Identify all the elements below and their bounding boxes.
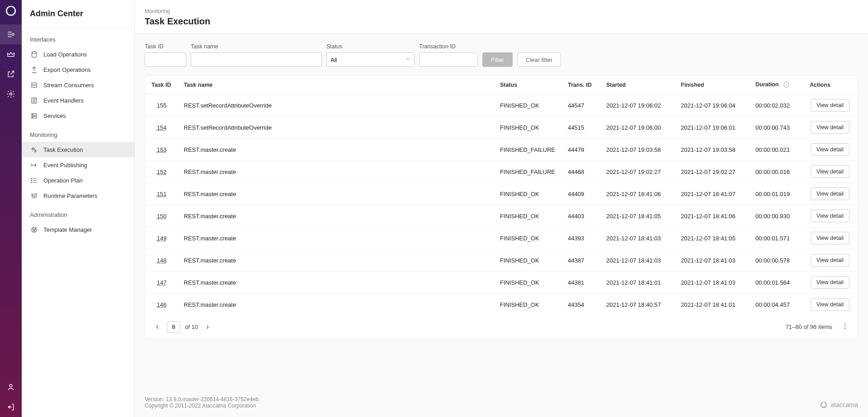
finished-cell: 2021-12-07 18:41:06 (675, 205, 749, 227)
rail-item-config[interactable] (0, 24, 22, 44)
filter-status-label: Status (326, 43, 415, 50)
cogs-icon (30, 145, 38, 154)
started-cell: 2021-12-07 18:41:06 (600, 183, 675, 205)
brand-mark-icon (820, 401, 828, 409)
svg-point-5 (32, 52, 36, 53)
rail-item-crown[interactable] (0, 44, 22, 64)
svg-point-14 (31, 178, 32, 178)
svg-rect-29 (823, 402, 825, 404)
sidebar-item-runtime-parameters[interactable]: Runtime Parameters (22, 188, 134, 203)
task-id-cell[interactable]: 153 (157, 146, 167, 153)
filter-task-id-label: Task ID (145, 43, 186, 50)
transaction-id-input[interactable] (419, 52, 478, 67)
view-detail-button[interactable]: View detail (811, 165, 849, 178)
svg-point-16 (31, 182, 32, 183)
sidebar-item-operation-plan[interactable]: Operation Plan (22, 173, 134, 188)
template-icon (30, 225, 38, 234)
sidebar-item-label: Template Manager (43, 226, 92, 233)
status-select[interactable]: All (326, 52, 415, 67)
duration-cell: 00:00:04.457 (749, 294, 803, 316)
svg-point-17 (32, 194, 33, 195)
duration-cell: 00:00:01.571 (749, 227, 803, 249)
status-cell: FINISHED_OK (494, 205, 561, 227)
rail-item-settings[interactable] (0, 84, 22, 104)
task-name-input[interactable] (191, 52, 322, 67)
task-id-cell[interactable]: 148 (157, 257, 167, 264)
table-row: 151REST.master.createFINISHED_OK44409202… (145, 183, 858, 205)
finished-cell: 2021-12-07 19:03:58 (675, 139, 749, 161)
page-header: Monitoring Task Execution (135, 0, 868, 33)
info-icon[interactable] (783, 81, 790, 88)
svg-point-21 (33, 229, 33, 230)
trans-id-cell: 44409 (561, 183, 600, 205)
task-id-cell[interactable]: 152 (157, 169, 167, 175)
page-next-button[interactable] (203, 322, 212, 332)
section-interfaces-title: Interfaces (22, 28, 134, 47)
clear-filter-button[interactable]: Clear filter (517, 52, 561, 67)
view-detail-button[interactable]: View detail (811, 121, 849, 134)
rail-item-external[interactable] (0, 64, 22, 84)
task-id-cell[interactable]: 147 (157, 279, 167, 286)
sidebar-item-services[interactable]: Services (22, 108, 134, 123)
view-detail-button[interactable]: View detail (811, 187, 849, 200)
task-id-cell[interactable]: 146 (157, 301, 167, 308)
task-id-cell[interactable]: 150 (157, 213, 167, 220)
version-text: Version: 13.9.0.master-220614-4816-3752e… (145, 396, 259, 403)
task-id-input[interactable] (145, 52, 186, 67)
view-detail-button[interactable]: View detail (811, 143, 849, 156)
sidebar-item-stream-consumers[interactable]: Stream Consumers (22, 77, 134, 93)
sidebar-item-load-operations[interactable]: Load Operations (22, 47, 134, 62)
sidebar-item-event-publishing[interactable]: Event Publishing (22, 157, 134, 173)
svg-point-15 (31, 180, 32, 180)
sidebar-item-event-handlers[interactable]: Event Handlers (22, 93, 134, 108)
page-prev-button[interactable] (152, 322, 162, 332)
task-id-cell[interactable]: 151 (157, 191, 167, 197)
th-started: Started (600, 75, 675, 94)
view-detail-button[interactable]: View detail (811, 210, 849, 222)
params-icon (30, 192, 38, 200)
view-detail-button[interactable]: View detail (811, 99, 849, 112)
task-name-cell: REST.master.create (178, 249, 494, 272)
rail-item-logout[interactable] (0, 397, 22, 417)
sidebar-item-template-manager[interactable]: Template Manager (22, 222, 134, 237)
brand-logo-icon (4, 4, 18, 18)
rail-item-user[interactable] (0, 377, 22, 397)
sidebar-item-task-execution[interactable]: Task Execution (22, 142, 134, 157)
finished-cell: 2021-12-07 19:06:01 (675, 117, 749, 139)
app-title: Admin Center (22, 0, 134, 28)
svg-point-26 (844, 326, 845, 327)
started-cell: 2021-12-07 18:40:57 (600, 294, 675, 316)
task-name-cell: REST.master.create (178, 272, 494, 294)
view-detail-button[interactable]: View detail (811, 254, 849, 267)
table-row: 153REST.master.createFINISHED_FAILURE444… (145, 139, 858, 161)
svg-point-11 (33, 117, 33, 117)
status-cell: FINISHED_OK (494, 272, 561, 294)
duration-cell: 00:00:02.032 (749, 94, 803, 117)
finished-cell: 2021-12-07 19:02:27 (675, 161, 749, 183)
task-name-cell: REST.master.create (178, 161, 494, 183)
task-id-cell[interactable]: 154 (157, 124, 167, 131)
duration-cell: 00:00:00.578 (749, 249, 803, 272)
filter-task-name-label: Task name (191, 43, 322, 50)
status-cell: FINISHED_FAILURE (494, 161, 561, 183)
trans-id-cell: 44393 (561, 227, 600, 249)
view-detail-button[interactable]: View detail (811, 276, 849, 289)
th-duration: Duration (749, 75, 803, 94)
view-detail-button[interactable]: View detail (811, 298, 849, 311)
task-id-cell[interactable]: 149 (157, 235, 167, 242)
finished-cell: 2021-12-07 18:41:05 (675, 227, 749, 249)
page-range-label: 71–80 of 96 items (786, 323, 832, 330)
page-options-menu[interactable] (840, 321, 850, 333)
finished-cell: 2021-12-07 18:41:01 (675, 294, 749, 316)
finished-cell: 2021-12-07 18:41:03 (675, 249, 749, 272)
database-icon (30, 50, 38, 58)
filter-button[interactable]: Filter (482, 52, 513, 67)
results-table: Task ID Task name Status Trans. ID Start… (145, 75, 858, 315)
upload-icon (30, 66, 38, 74)
status-cell: FINISHED_OK (494, 117, 561, 139)
copyright-text: Copyright © 2011-2022 Ataccama Corporati… (145, 403, 259, 409)
view-detail-button[interactable]: View detail (811, 232, 849, 244)
th-status: Status (494, 75, 561, 94)
sidebar-item-export-operations[interactable]: Export Operations (22, 62, 134, 77)
page-input[interactable] (167, 321, 180, 333)
